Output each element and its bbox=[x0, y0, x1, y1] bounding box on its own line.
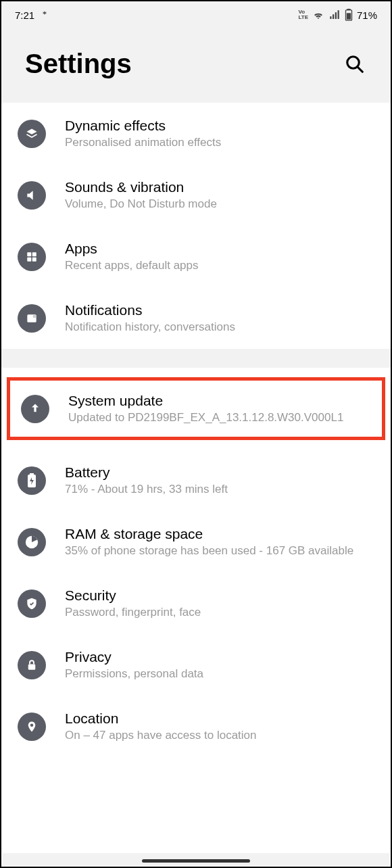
svg-rect-2 bbox=[347, 13, 351, 19]
highlight-system-update: System update Updated to PD2199BF_EX_A_1… bbox=[7, 377, 385, 440]
storage-icon bbox=[18, 528, 46, 556]
settings-item-system-update[interactable]: System update Updated to PD2199BF_EX_A_1… bbox=[10, 381, 382, 437]
apps-icon bbox=[18, 243, 46, 271]
svg-rect-8 bbox=[32, 257, 36, 261]
settings-header: Settings bbox=[1, 28, 391, 103]
search-button[interactable] bbox=[343, 52, 367, 76]
shield-icon bbox=[18, 589, 46, 618]
settings-item-ram-storage[interactable]: RAM & storage space 35% of phone storage… bbox=[1, 511, 391, 573]
location-icon bbox=[18, 713, 46, 741]
signal-icon bbox=[328, 9, 341, 21]
status-time: 7:21 bbox=[15, 9, 34, 21]
wifi-icon bbox=[312, 9, 324, 21]
item-subtitle: 35% of phone storage has been used - 167… bbox=[65, 544, 374, 558]
item-title: System update bbox=[68, 393, 371, 409]
battery-icon bbox=[18, 466, 46, 495]
svg-rect-14 bbox=[28, 664, 36, 669]
navigation-pill[interactable] bbox=[142, 859, 250, 863]
item-title: Location bbox=[65, 710, 374, 727]
settings-item-notifications[interactable]: Notifications Notification history, conv… bbox=[1, 287, 391, 349]
item-subtitle: Notification history, conversations bbox=[65, 320, 374, 334]
settings-item-privacy[interactable]: Privacy Permissions, personal data bbox=[1, 634, 391, 696]
item-subtitle: 71% - About 19 hrs, 33 mins left bbox=[65, 483, 374, 496]
item-subtitle: Volume, Do Not Disturb mode bbox=[65, 197, 374, 211]
svg-rect-6 bbox=[32, 252, 36, 256]
lock-icon bbox=[18, 651, 46, 679]
item-title: Sounds & vibration bbox=[65, 179, 374, 195]
item-title: Privacy bbox=[65, 649, 374, 665]
item-title: RAM & storage space bbox=[65, 526, 374, 542]
battery-percent: 71% bbox=[357, 9, 377, 21]
item-subtitle: Recent apps, default apps bbox=[65, 259, 374, 272]
settings-item-dynamic-effects[interactable]: Dynamic effects Personalised animation e… bbox=[1, 103, 391, 164]
item-title: Apps bbox=[65, 241, 374, 257]
item-subtitle: Password, fingerprint, face bbox=[65, 606, 374, 619]
page-title: Settings bbox=[25, 49, 132, 79]
svg-line-4 bbox=[358, 66, 363, 72]
svg-rect-5 bbox=[27, 252, 31, 256]
item-title: Battery bbox=[65, 464, 374, 481]
svg-rect-7 bbox=[27, 257, 31, 261]
svg-point-10 bbox=[33, 314, 36, 318]
speaker-icon bbox=[18, 181, 46, 210]
notification-icon bbox=[18, 304, 46, 333]
item-subtitle: Permissions, personal data bbox=[65, 667, 374, 681]
item-subtitle: Personalised animation effects bbox=[65, 136, 374, 149]
battery-icon bbox=[345, 9, 353, 21]
item-subtitle: On – 47 apps have access to location bbox=[65, 729, 374, 742]
settings-item-sounds[interactable]: Sounds & vibration Volume, Do Not Distur… bbox=[1, 164, 391, 226]
item-title: Notifications bbox=[65, 302, 374, 318]
status-bar: 7:21 VoLTE 71% bbox=[1, 1, 391, 28]
item-subtitle: Updated to PD2199BF_EX_A_13.1.12.8.W30.V… bbox=[68, 411, 371, 425]
layers-icon bbox=[18, 120, 46, 148]
settings-item-apps[interactable]: Apps Recent apps, default apps bbox=[1, 226, 391, 287]
settings-item-security[interactable]: Security Password, fingerprint, face bbox=[1, 573, 391, 634]
alarm-icon bbox=[40, 10, 49, 20]
settings-item-battery[interactable]: Battery 71% - About 19 hrs, 33 mins left bbox=[1, 450, 391, 511]
settings-item-location[interactable]: Location On – 47 apps have access to loc… bbox=[1, 696, 391, 757]
item-title: Security bbox=[65, 587, 374, 604]
svg-rect-11 bbox=[30, 473, 34, 475]
section-divider bbox=[1, 349, 391, 368]
volte-icon: VoLTE bbox=[298, 9, 308, 20]
search-icon bbox=[345, 54, 365, 74]
svg-point-15 bbox=[30, 723, 34, 727]
update-icon bbox=[21, 395, 49, 423]
item-title: Dynamic effects bbox=[65, 118, 374, 134]
